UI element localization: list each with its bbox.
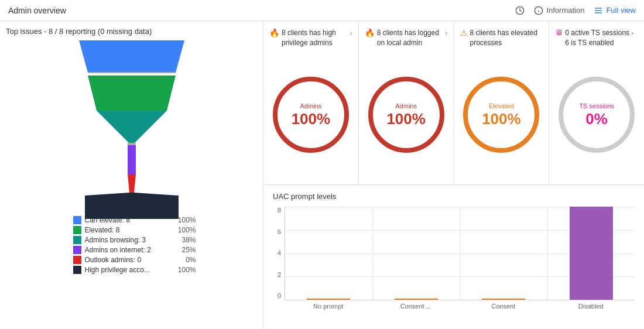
clock-button[interactable] (515, 6, 525, 15)
legend-pct: 100% (173, 216, 196, 224)
gauge-value-3: 100% (482, 110, 521, 128)
x-label-disabled: Disabled (547, 303, 635, 310)
bar-group-consent-creds (373, 207, 461, 300)
legend-pct: 0% (173, 256, 196, 264)
y-label: 6 (278, 228, 281, 235)
card-title-2: 8 clients has logged on local admin (377, 28, 443, 48)
list-item: Outlook admins: 0 0% (73, 256, 196, 264)
arrow-right-2[interactable]: › (445, 28, 448, 37)
svg-marker-13 (128, 174, 136, 193)
arrow-right-1[interactable]: › (350, 28, 352, 37)
uac-chart-title: UAC prompt levels (273, 192, 635, 201)
info-icon (534, 6, 543, 15)
panel-title: Top issues - 8 / 8 reporting (0 missing … (6, 27, 257, 36)
y-label: 2 (278, 271, 281, 278)
gauge-label-4: TS sessions (579, 102, 614, 110)
x-label-consent-creds: Consent ... (372, 303, 460, 310)
svg-marker-14 (85, 196, 179, 219)
legend-pct: 38% (173, 236, 196, 244)
bar-consent (482, 299, 525, 300)
card-local-admin: 🔥 8 clients has logged on local admin › … (359, 21, 454, 184)
fire-icon-1: 🔥 (269, 28, 279, 37)
fire-icon-2: 🔥 (365, 28, 375, 37)
y-label: 8 (278, 207, 281, 214)
bar-disabled (570, 207, 613, 300)
bars-row (285, 207, 635, 300)
uac-chart-section: UAC prompt levels 8 6 4 2 0 (263, 185, 644, 329)
x-axis: No prompt Consent ... Consent Disabled (273, 303, 635, 310)
legend-label: Elevated: 8 (85, 226, 169, 234)
legend-label: Can elevate: 8 (85, 216, 169, 224)
svg-marker-10 (97, 111, 167, 143)
legend-color-red (73, 256, 81, 264)
card-header-3: ⚠ 8 clients has elevated processes (460, 28, 543, 48)
information-label: Information (546, 6, 584, 15)
gauge-value-4: 0% (585, 110, 608, 128)
gauge-ring-2: Admins 100% (368, 77, 444, 153)
bars-area (285, 207, 635, 300)
svg-marker-15 (85, 193, 179, 196)
chart-area: 8 6 4 2 0 (273, 207, 635, 300)
gauge-container-4: TS sessions 0% (559, 53, 635, 177)
svg-marker-9 (88, 76, 176, 111)
card-header: 🔥 8 clients has high privilege admins › (269, 28, 352, 48)
svg-rect-12 (128, 145, 136, 174)
funnel-legend: Can elevate: 8 100% Elevated: 8 100% Adm… (67, 216, 196, 276)
app-title: Admin overview (8, 6, 66, 15)
y-axis: 8 6 4 2 0 (273, 207, 285, 300)
bar-group-consent (460, 207, 548, 300)
header-actions: Information Full view (515, 6, 636, 15)
cards-row: 🔥 8 clients has high privilege admins › … (263, 21, 644, 185)
card-elevated: ⚠ 8 clients has elevated processes Eleva… (454, 21, 550, 184)
information-button[interactable]: Information (534, 6, 584, 15)
legend-color-dark (73, 266, 81, 274)
gauge-ring-3: Elevated 100% (463, 77, 539, 153)
gauge-container-2: Admins 100% (368, 53, 444, 177)
legend-label: Outlook admins: 0 (85, 256, 169, 264)
legend-pct: 100% (173, 266, 196, 274)
warning-icon: ⚠ (460, 28, 468, 37)
legend-label: Admins browsing: 3 (85, 236, 169, 244)
card-header-2: 🔥 8 clients has logged on local admin › (365, 28, 448, 48)
gauge-container-1: Admins 100% (273, 53, 349, 177)
y-label: 4 (278, 249, 281, 256)
gauge-ring-4: TS sessions 0% (559, 77, 635, 153)
list-item: Can elevate: 8 100% (73, 216, 196, 224)
card-ts-sessions: 🖥 0 active TS sessions - 6 is TS enabled… (549, 21, 644, 184)
main-content: Top issues - 8 / 8 reporting (0 missing … (0, 21, 644, 329)
svg-rect-11 (128, 143, 136, 145)
full-view-button[interactable]: Full view (594, 6, 636, 15)
bar-group-disabled (548, 207, 635, 300)
gauge-label-2: Admins (395, 102, 417, 110)
left-panel: Top issues - 8 / 8 reporting (0 missing … (0, 21, 263, 329)
svg-marker-7 (79, 40, 184, 73)
gauge-label-1: Admins (300, 102, 322, 110)
card-title-4: 0 active TS sessions - 6 is TS enabled (565, 28, 638, 48)
card-title-1: 8 clients has high privilege admins (282, 28, 347, 48)
gauge-value-2: 100% (386, 110, 426, 128)
app-header: Admin overview Information Full view (0, 0, 644, 21)
list-item: Admins on internet: 2 25% (73, 246, 196, 254)
gauge-ring-1: Admins 100% (273, 77, 349, 153)
legend-label: Admins on internet: 2 (85, 246, 169, 254)
gauge-label-3: Elevated (489, 102, 514, 110)
legend-pct: 25% (173, 246, 196, 254)
card-header-4: 🖥 0 active TS sessions - 6 is TS enabled (555, 28, 638, 48)
y-label: 0 (278, 292, 281, 299)
clock-icon (515, 6, 525, 15)
legend-color-teal (73, 236, 81, 244)
list-item: Admins browsing: 3 38% (73, 236, 196, 244)
card-title-3: 8 clients has elevated processes (470, 28, 543, 48)
legend-color-purple (73, 246, 81, 254)
legend-label: High privilege acco... (85, 266, 169, 274)
menu-icon (594, 6, 603, 15)
legend-pct: 100% (173, 226, 196, 234)
gauge-container-3: Elevated 100% (463, 53, 539, 177)
bar-consent-creds (395, 299, 438, 300)
gauge-value-1: 100% (292, 110, 331, 128)
bar-no-prompt (307, 299, 350, 300)
monitor-icon: 🖥 (555, 28, 563, 37)
list-item: Elevated: 8 100% (73, 226, 196, 234)
legend-color-blue (73, 216, 81, 224)
legend-color-green (73, 226, 81, 234)
